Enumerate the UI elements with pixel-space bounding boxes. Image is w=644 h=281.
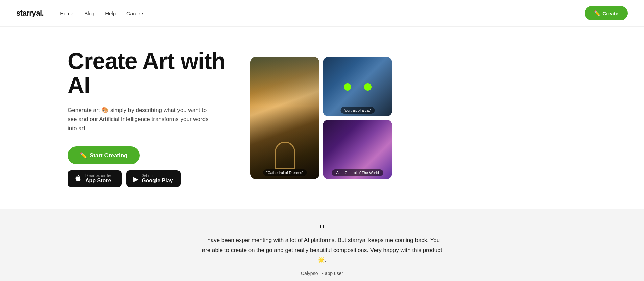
space-caption: "AI in Control of The World" — [332, 169, 384, 176]
apple-icon — [74, 174, 82, 184]
cathedral-caption: "Cathedral of Dreams" — [263, 169, 307, 176]
space-image-card: "AI in Control of The World" — [323, 120, 392, 179]
cathedral-image — [250, 57, 319, 179]
nav-create-button[interactable]: ✏️ Create — [585, 6, 628, 20]
app-store-button[interactable]: Download on the App Store — [68, 170, 122, 187]
start-creating-label: Start Creating — [90, 152, 127, 159]
hero-subtitle: Generate art 🎨 simply by describing what… — [68, 106, 210, 133]
hero-actions: ✏️ Start Creating Download on the App St… — [68, 146, 230, 187]
google-play-name: Google Play — [142, 178, 173, 184]
hero-image-grid: "Cathedral of Dreams" "portrait of a cat… — [250, 57, 392, 179]
nav-create-label: Create — [602, 10, 618, 16]
cat-caption: "portrait of a cat" — [340, 107, 375, 114]
cat-left-eye — [344, 83, 351, 91]
nav-help[interactable]: Help — [105, 10, 116, 16]
nav-blog[interactable]: Blog — [84, 10, 94, 16]
testimonial-author: Calypso_ - app user — [7, 271, 637, 276]
play-icon: ▶ — [133, 175, 138, 183]
logo: starryai. — [16, 9, 44, 18]
cathedral-image-card: "Cathedral of Dreams" — [250, 57, 319, 179]
google-play-button[interactable]: ▶ Get it on Google Play — [126, 170, 181, 187]
app-store-small-label: Download on the — [85, 174, 111, 178]
store-buttons: Download on the App Store ▶ Get it on Go… — [68, 170, 181, 187]
app-store-text: Download on the App Store — [85, 174, 111, 184]
hero-section: Create Art with AI Generate art 🎨 simply… — [0, 27, 644, 209]
start-creating-button[interactable]: ✏️ Start Creating — [68, 146, 140, 164]
google-play-text: Get it on Google Play — [142, 174, 173, 184]
start-pencil-icon: ✏️ — [80, 152, 87, 159]
cat-right-eye — [364, 83, 372, 91]
quote-mark: " — [318, 226, 326, 232]
cathedral-arch-decoration — [275, 142, 295, 169]
testimonial-section: " I have been experimenting with a lot o… — [0, 209, 644, 281]
nav-links: Home Blog Help Careers — [60, 10, 585, 16]
google-play-small-label: Get it on — [142, 174, 173, 178]
navbar: starryai. Home Blog Help Careers ✏️ Crea… — [0, 0, 644, 27]
app-store-name: App Store — [85, 178, 111, 184]
testimonial-quote: I have been experimenting with a lot of … — [200, 236, 444, 265]
hero-title: Create Art with AI — [68, 49, 230, 97]
nav-careers[interactable]: Careers — [126, 10, 144, 16]
nav-home[interactable]: Home — [60, 10, 73, 16]
cat-image-card: "portrait of a cat" — [323, 57, 392, 116]
pencil-icon: ✏️ — [594, 10, 600, 16]
hero-left: Create Art with AI Generate art 🎨 simply… — [68, 49, 230, 187]
